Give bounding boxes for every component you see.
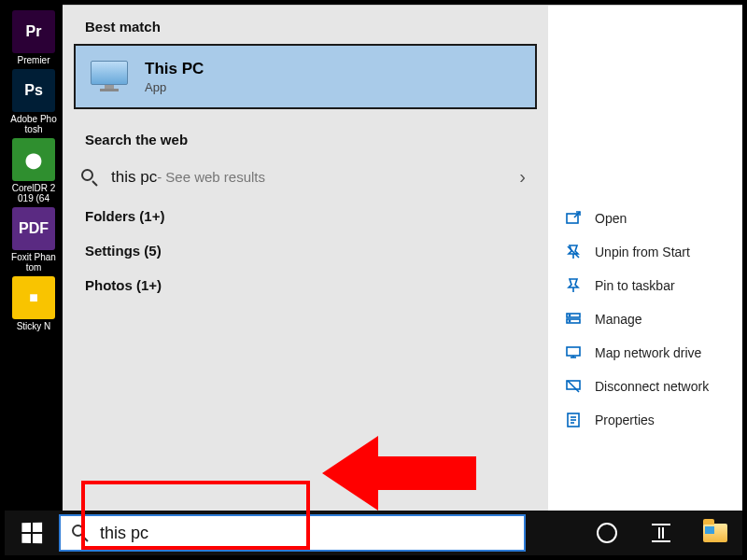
app-icon: Pr <box>12 10 55 53</box>
open-icon <box>565 210 582 227</box>
start-button[interactable] <box>5 511 59 555</box>
context-item-label: Manage <box>595 312 642 327</box>
search-category[interactable]: Photos (1+) <box>63 266 548 301</box>
desktop-icons-column: Pr PremierPs Adobe Photosh⬤ CorelDR 2019… <box>5 5 63 511</box>
web-result-query: this pc <box>111 168 157 187</box>
context-item-label: Pin to taskbar <box>595 278 675 293</box>
desktop-icon-sticky-n[interactable]: ■ Sticky N <box>10 276 57 331</box>
context-pin-taskbar[interactable]: Pin to taskbar <box>548 269 742 302</box>
file-explorer-button[interactable] <box>688 511 742 555</box>
taskbar <box>5 511 742 555</box>
app-icon: PDF <box>12 207 55 250</box>
app-icon: ⬤ <box>12 138 55 181</box>
desktop-icon-label: CorelDR 2019 (64 <box>10 183 57 203</box>
context-item-label: Map network drive <box>595 345 701 360</box>
desktop-icon-premier[interactable]: Pr Premier <box>10 10 57 65</box>
best-match-title: This PC <box>145 60 204 78</box>
search-category[interactable]: Folders (1+) <box>63 197 548 231</box>
start-search-panel: Best match This PC App Search the web th… <box>63 5 742 511</box>
pin-icon <box>565 277 582 294</box>
folder-icon <box>703 524 727 542</box>
map-icon <box>565 344 582 361</box>
svg-point-7 <box>569 320 570 321</box>
desktop-icon-label: Adobe Photosh <box>10 114 57 134</box>
search-category[interactable]: Settings (5) <box>63 231 548 266</box>
properties-icon <box>565 412 582 428</box>
context-map-drive[interactable]: Map network drive <box>548 336 742 370</box>
web-result-suffix: - See web results <box>157 169 265 185</box>
svg-line-12 <box>568 381 579 392</box>
cortana-button[interactable] <box>580 511 634 555</box>
search-icon <box>79 167 100 188</box>
context-item-label: Unpin from Start <box>595 245 690 259</box>
best-match-header: Best match <box>63 6 548 44</box>
manage-icon <box>565 311 582 328</box>
cortana-icon <box>597 523 617 543</box>
svg-point-6 <box>569 315 570 315</box>
chevron-right-icon: › <box>519 166 526 188</box>
disconnect-icon <box>565 378 582 395</box>
web-result-this-pc[interactable]: this pc - See web results › <box>63 157 548 197</box>
desktop-icon-foxit-phantom[interactable]: PDF Foxit Phantom <box>10 207 57 273</box>
context-open[interactable]: Open <box>548 202 742 235</box>
context-properties[interactable]: Properties <box>548 403 742 437</box>
app-icon: Ps <box>12 69 55 112</box>
context-unpin-start[interactable]: Unpin from Start <box>548 235 742 269</box>
context-item-label: Properties <box>595 413 655 427</box>
context-manage[interactable]: Manage <box>548 302 742 336</box>
desktop-icon-label: Premier <box>10 55 57 65</box>
this-pc-icon <box>91 61 128 92</box>
context-disconnect[interactable]: Disconnect network <box>548 370 742 403</box>
svg-rect-8 <box>567 347 580 356</box>
best-match-subtitle: App <box>145 80 204 94</box>
context-item-label: Disconnect network <box>595 379 709 394</box>
desktop-icon-coreldr-2019-64[interactable]: ⬤ CorelDR 2019 (64 <box>10 138 57 203</box>
context-item-label: Open <box>595 211 627 226</box>
desktop-icon-label: Foxit Phantom <box>10 252 57 273</box>
app-icon: ■ <box>12 276 55 319</box>
windows-logo-icon <box>21 523 42 544</box>
task-view-icon <box>652 524 670 542</box>
desktop-icon-label: Sticky N <box>10 321 57 331</box>
desktop-icon-adobe-photosh[interactable]: Ps Adobe Photosh <box>10 69 57 134</box>
task-view-button[interactable] <box>634 511 688 555</box>
search-icon <box>70 523 91 543</box>
unpin-icon <box>565 244 582 260</box>
context-pane: Open Unpin from Start Pin to taskbar Man… <box>548 6 742 511</box>
search-results-pane: Best match This PC App Search the web th… <box>63 6 548 511</box>
search-web-header: Search the web <box>63 115 548 157</box>
best-match-this-pc[interactable]: This PC App <box>74 44 537 109</box>
search-input[interactable] <box>100 524 514 543</box>
taskbar-search-box[interactable] <box>59 514 526 552</box>
